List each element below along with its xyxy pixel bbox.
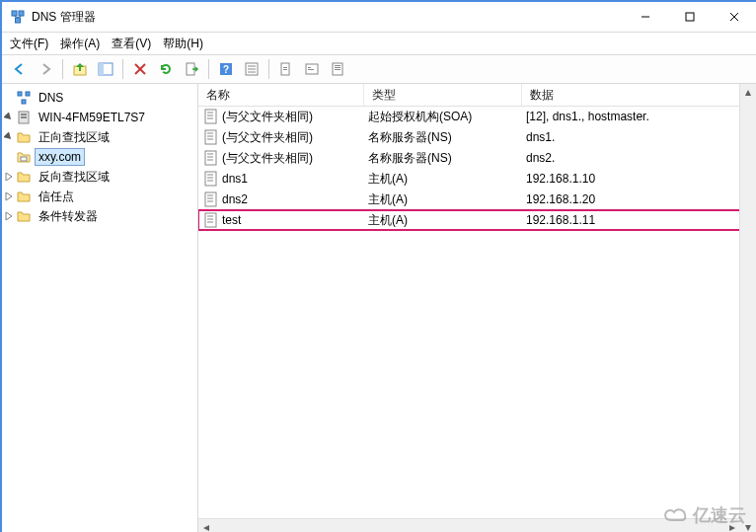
menubar: 文件(F) 操作(A) 查看(V) 帮助(H) (2, 33, 756, 55)
watermark-text: 亿速云 (693, 503, 746, 527)
record-name: (与父文件夹相同) (222, 129, 313, 146)
titlebar: DNS 管理器 (2, 2, 756, 33)
record-row[interactable]: (与父文件夹相同)起始授权机构(SOA)[12], dns1., hostmas… (198, 107, 740, 126)
tree-trust-points[interactable]: 信任点 (2, 187, 197, 206)
toolbar-separator (268, 59, 269, 79)
record-row[interactable]: (与父文件夹相同)名称服务器(NS)dns2. (198, 148, 740, 168)
menu-file[interactable]: 文件(F) (10, 36, 48, 52)
tree-label: 反向查找区域 (35, 167, 113, 188)
svg-rect-32 (26, 92, 30, 96)
record-name: dns2 (222, 192, 248, 206)
toolbar-delete-button[interactable] (128, 57, 152, 81)
tree-zone-xxy-com[interactable]: xxy.com (2, 147, 197, 167)
menu-help[interactable]: 帮助(H) (163, 36, 203, 52)
record-row[interactable]: test主机(A)192.168.1.11 (198, 210, 740, 230)
svg-rect-25 (308, 67, 311, 68)
toolbar-separator (62, 59, 63, 79)
folder-icon (16, 189, 32, 204)
menu-action[interactable]: 操作(A) (60, 36, 100, 52)
vertical-scrollbar[interactable]: ▴ ▾ (739, 84, 756, 532)
record-name: (与父文件夹相同) (222, 109, 313, 125)
record-row[interactable]: dns1主机(A)192.168.1.10 (198, 169, 740, 189)
column-header-name[interactable]: 名称 (198, 84, 364, 106)
scroll-left-arrow-icon[interactable]: ◂ (198, 519, 214, 532)
column-header-type[interactable]: 类型 (364, 84, 522, 106)
zone-icon (16, 149, 32, 165)
svg-rect-22 (283, 67, 287, 68)
record-type: 主机(A) (368, 171, 408, 188)
content-area: DNS WIN-4FM59ETL7S7 (2, 84, 756, 532)
svg-rect-38 (205, 110, 216, 123)
record-row[interactable]: dns2主机(A)192.168.1.20 (198, 190, 740, 209)
svg-rect-46 (205, 151, 216, 165)
toolbar-separator (122, 59, 123, 79)
tree-reverse-zones[interactable]: 反向查找区域 (2, 167, 197, 187)
record-icon (204, 191, 218, 207)
expander-closed-icon[interactable] (2, 170, 16, 184)
svg-rect-58 (205, 213, 216, 227)
record-data: [12], dns1., hostmaster. (526, 110, 649, 123)
toolbar-up-button[interactable] (68, 57, 92, 81)
minimize-button[interactable] (623, 3, 667, 32)
record-type: 主机(A) (368, 191, 408, 208)
svg-rect-23 (283, 69, 287, 70)
expander-icon[interactable] (2, 150, 16, 164)
tree-label: xxy.com (35, 148, 85, 166)
record-type: 起始授权机构(SOA) (368, 109, 472, 125)
tree-forward-zones[interactable]: 正向查找区域 (2, 127, 197, 147)
toolbar-help-button[interactable]: ? (214, 57, 238, 81)
dns-root-icon (16, 90, 32, 106)
scroll-up-arrow-icon[interactable]: ▴ (740, 84, 756, 100)
watermark: 亿速云 (663, 503, 746, 527)
expander-closed-icon[interactable] (2, 209, 16, 223)
column-header-data[interactable]: 数据 (522, 84, 756, 106)
record-icon (204, 150, 218, 166)
toolbar-filter-button[interactable] (326, 57, 349, 81)
svg-text:?: ? (223, 64, 229, 75)
expander-open-icon[interactable] (2, 111, 16, 124)
svg-rect-50 (205, 172, 216, 186)
record-data: 192.168.1.10 (526, 172, 595, 186)
server-icon (16, 110, 32, 125)
toolbar-new-record-button[interactable] (274, 57, 298, 81)
toolbar-refresh-button[interactable] (154, 57, 178, 81)
horizontal-scrollbar[interactable]: ◂ ▸ (198, 518, 740, 532)
toolbar-export-button[interactable] (180, 57, 203, 81)
toolbar-back-button[interactable] (8, 57, 32, 81)
tree-label: 正向查找区域 (35, 127, 113, 148)
svg-rect-26 (308, 69, 314, 70)
record-icon (204, 212, 218, 228)
expander-closed-icon[interactable] (2, 190, 16, 203)
record-row[interactable]: (与父文件夹相同)名称服务器(NS)dns1. (198, 127, 740, 147)
close-button[interactable] (712, 3, 756, 32)
record-data: dns2. (526, 151, 555, 165)
toolbar-forward-button[interactable] (34, 57, 57, 81)
list-header: 名称 类型 数据 (198, 84, 756, 107)
tree-server[interactable]: WIN-4FM59ETL7S7 (2, 108, 197, 127)
svg-rect-54 (205, 192, 216, 206)
expander-icon[interactable] (2, 91, 16, 105)
tree-root-dns[interactable]: DNS (2, 88, 197, 108)
tree-conditional-forwarders[interactable]: 条件转发器 (2, 206, 197, 226)
svg-rect-6 (686, 13, 694, 21)
toolbar-show-hide-tree-button[interactable] (94, 57, 117, 81)
record-name: (与父文件夹相同) (222, 150, 313, 167)
record-icon (204, 129, 218, 145)
tree-label: 信任点 (35, 187, 78, 207)
folder-icon (16, 129, 32, 145)
list-pane: 名称 类型 数据 (与父文件夹相同)起始授权机构(SOA)[12], dns1.… (198, 84, 756, 532)
maximize-button[interactable] (667, 3, 712, 32)
tree-pane: DNS WIN-4FM59ETL7S7 (2, 84, 198, 532)
record-type: 主机(A) (368, 212, 408, 229)
svg-rect-36 (21, 116, 27, 118)
svg-rect-29 (335, 67, 340, 68)
svg-rect-33 (22, 100, 26, 104)
toolbar-new-zone-button[interactable] (300, 57, 324, 81)
record-icon (204, 171, 218, 187)
menu-view[interactable]: 查看(V) (112, 36, 151, 52)
expander-open-icon[interactable] (2, 130, 16, 144)
record-data: 192.168.1.20 (526, 192, 595, 206)
tree-label: WIN-4FM59ETL7S7 (35, 109, 149, 126)
toolbar-properties-button[interactable] (240, 57, 264, 81)
svg-rect-28 (335, 65, 340, 66)
